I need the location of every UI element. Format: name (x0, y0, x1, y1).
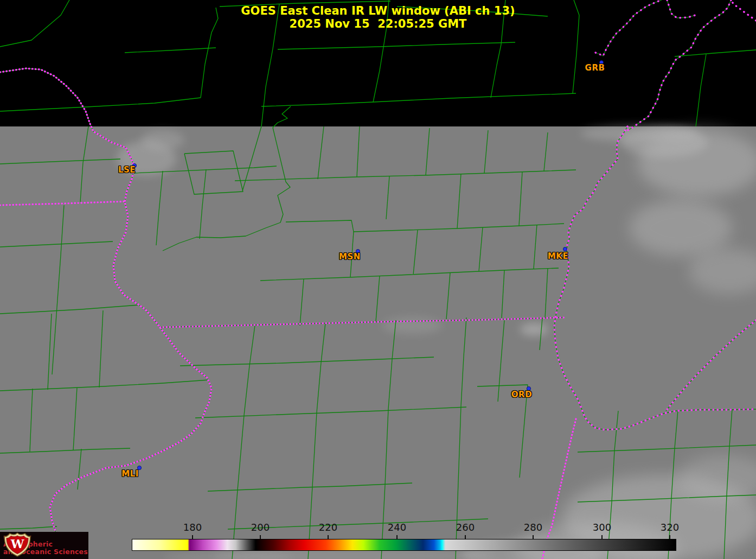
colorbar-tick (465, 535, 466, 539)
map-canvas (0, 0, 756, 559)
colorbar-tick (192, 535, 193, 539)
colorbar-tick (669, 535, 670, 539)
colorbar-tick-label: 220 (319, 522, 337, 533)
colorbar-tick (260, 535, 261, 539)
green-bay-west-shore (595, 0, 662, 56)
station-label-mke: MKE (548, 251, 568, 261)
colorbar-tick (533, 535, 534, 539)
uw-crest-icon: W (3, 532, 31, 557)
station-label-mli: MLI (121, 469, 139, 479)
colorbar-tick-label: 240 (388, 522, 406, 533)
colorbar-tick (601, 535, 603, 539)
colorbar-tick (328, 535, 329, 539)
station-label-lse: LSE (118, 165, 136, 175)
colorbar-tick-label: 200 (251, 522, 270, 533)
uw-aos-logo: W Department of Atmospheric and Oceanic … (0, 532, 88, 559)
station-label-msn: MSN (339, 252, 361, 262)
station-label-grb: GRB (585, 63, 605, 73)
svg-text:W: W (10, 537, 24, 551)
temperature-colorbar (132, 539, 676, 551)
door-peninsula-shore (627, 0, 731, 130)
colorbar-tick-label: 300 (593, 522, 611, 533)
colorbar-area: 180 200 220 240 260 280 300 320 (0, 522, 756, 554)
colorbar-tick-label: 180 (183, 522, 202, 533)
colorbar-tick-label: 280 (524, 522, 542, 533)
green-bay-east-shore (667, 0, 695, 18)
ne-corner-shore (731, 1, 756, 21)
colorbar-tick-label: 260 (456, 522, 475, 533)
county-lines-cold-region (0, 0, 756, 128)
station-label-ord: ORD (511, 390, 532, 399)
satellite-image-screen: GOES East Clean IR LW window (ABI ch 13)… (0, 0, 756, 559)
colorbar-tick (396, 535, 398, 539)
station-dot-mke (563, 247, 567, 251)
colorbar-tick-label: 320 (661, 522, 679, 533)
